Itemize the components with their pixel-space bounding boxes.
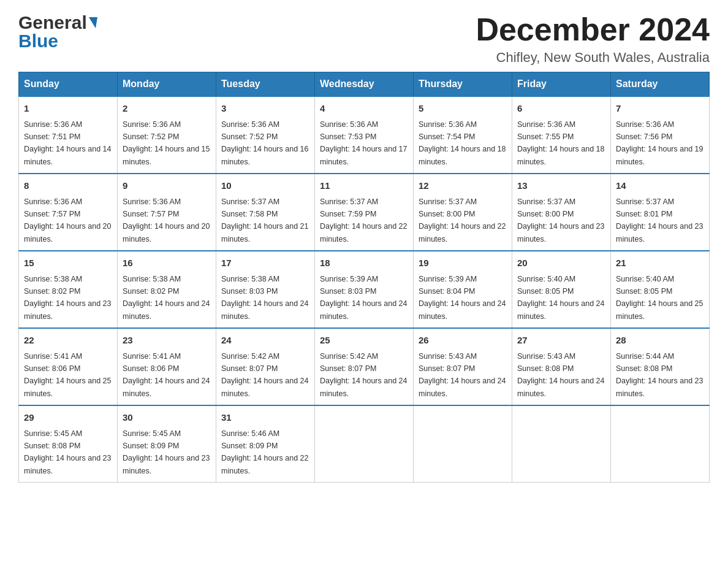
day-info: Sunrise: 5:36 AMSunset: 7:51 PMDaylight:… [24, 120, 111, 166]
calendar-cell: 6 Sunrise: 5:36 AMSunset: 7:55 PMDayligh… [512, 96, 611, 174]
calendar-cell: 27 Sunrise: 5:43 AMSunset: 8:08 PMDaylig… [512, 328, 611, 405]
day-info: Sunrise: 5:37 AMSunset: 8:01 PMDaylight:… [616, 197, 703, 243]
day-info: Sunrise: 5:39 AMSunset: 8:03 PMDaylight:… [320, 275, 407, 321]
calendar-cell: 17 Sunrise: 5:38 AMSunset: 8:03 PMDaylig… [216, 251, 315, 328]
weekday-header-friday: Friday [512, 72, 611, 97]
calendar-cell [512, 405, 611, 483]
weekday-header-monday: Monday [118, 72, 216, 97]
day-number: 16 [123, 256, 211, 270]
calendar-cell: 23 Sunrise: 5:41 AMSunset: 8:06 PMDaylig… [118, 328, 216, 405]
calendar-week-3: 15 Sunrise: 5:38 AMSunset: 8:02 PMDaylig… [19, 251, 710, 328]
calendar-cell: 28 Sunrise: 5:44 AMSunset: 8:08 PMDaylig… [611, 328, 710, 405]
logo-blue-text: Blue [18, 31, 58, 52]
location-subtitle: Chifley, New South Wales, Australia [476, 50, 710, 66]
calendar-cell: 31 Sunrise: 5:46 AMSunset: 8:09 PMDaylig… [216, 405, 315, 483]
calendar-cell: 4 Sunrise: 5:36 AMSunset: 7:53 PMDayligh… [315, 96, 414, 174]
weekday-header-saturday: Saturday [611, 72, 710, 97]
day-number: 29 [24, 411, 112, 425]
calendar-cell [414, 405, 512, 483]
day-info: Sunrise: 5:45 AMSunset: 8:08 PMDaylight:… [24, 429, 111, 475]
day-info: Sunrise: 5:37 AMSunset: 8:00 PMDaylight:… [517, 197, 604, 243]
day-info: Sunrise: 5:43 AMSunset: 8:08 PMDaylight:… [517, 352, 604, 398]
day-number: 7 [616, 102, 704, 116]
calendar-cell: 7 Sunrise: 5:36 AMSunset: 7:56 PMDayligh… [611, 96, 710, 174]
day-info: Sunrise: 5:36 AMSunset: 7:56 PMDaylight:… [616, 120, 703, 166]
calendar-cell: 1 Sunrise: 5:36 AMSunset: 7:51 PMDayligh… [19, 96, 118, 174]
calendar-cell: 12 Sunrise: 5:37 AMSunset: 8:00 PMDaylig… [414, 174, 512, 251]
day-number: 3 [221, 102, 309, 116]
day-number: 1 [24, 102, 112, 116]
day-info: Sunrise: 5:41 AMSunset: 8:06 PMDaylight:… [123, 352, 210, 398]
day-info: Sunrise: 5:38 AMSunset: 8:02 PMDaylight:… [24, 275, 111, 321]
day-number: 21 [616, 256, 704, 270]
day-info: Sunrise: 5:44 AMSunset: 8:08 PMDaylight:… [616, 352, 703, 398]
day-number: 26 [419, 334, 507, 348]
day-info: Sunrise: 5:40 AMSunset: 8:05 PMDaylight:… [616, 275, 703, 321]
calendar-cell: 9 Sunrise: 5:36 AMSunset: 7:57 PMDayligh… [118, 174, 216, 251]
day-number: 27 [517, 334, 605, 348]
day-number: 2 [123, 102, 211, 116]
weekday-header-thursday: Thursday [414, 72, 512, 97]
day-number: 17 [221, 256, 309, 270]
day-info: Sunrise: 5:37 AMSunset: 7:58 PMDaylight:… [221, 197, 308, 243]
day-info: Sunrise: 5:36 AMSunset: 7:54 PMDaylight:… [419, 120, 506, 166]
calendar-cell: 8 Sunrise: 5:36 AMSunset: 7:57 PMDayligh… [19, 174, 118, 251]
day-number: 10 [221, 179, 309, 193]
calendar-cell: 21 Sunrise: 5:40 AMSunset: 8:05 PMDaylig… [611, 251, 710, 328]
calendar-cell [611, 405, 710, 483]
page-header: General Blue December 2024 Chifley, New … [18, 12, 710, 66]
calendar-table: SundayMondayTuesdayWednesdayThursdayFrid… [18, 72, 710, 483]
day-number: 25 [320, 334, 408, 348]
calendar-cell: 24 Sunrise: 5:42 AMSunset: 8:07 PMDaylig… [216, 328, 315, 405]
day-info: Sunrise: 5:42 AMSunset: 8:07 PMDaylight:… [320, 352, 407, 398]
day-info: Sunrise: 5:36 AMSunset: 7:57 PMDaylight:… [24, 197, 111, 243]
weekday-header-wednesday: Wednesday [315, 72, 414, 97]
day-info: Sunrise: 5:41 AMSunset: 8:06 PMDaylight:… [24, 352, 111, 398]
calendar-cell: 26 Sunrise: 5:43 AMSunset: 8:07 PMDaylig… [414, 328, 512, 405]
day-info: Sunrise: 5:36 AMSunset: 7:53 PMDaylight:… [320, 120, 407, 166]
calendar-cell: 14 Sunrise: 5:37 AMSunset: 8:01 PMDaylig… [611, 174, 710, 251]
day-info: Sunrise: 5:37 AMSunset: 7:59 PMDaylight:… [320, 197, 407, 243]
calendar-cell: 30 Sunrise: 5:45 AMSunset: 8:09 PMDaylig… [118, 405, 216, 483]
calendar-cell: 5 Sunrise: 5:36 AMSunset: 7:54 PMDayligh… [414, 96, 512, 174]
calendar-cell: 10 Sunrise: 5:37 AMSunset: 7:58 PMDaylig… [216, 174, 315, 251]
day-info: Sunrise: 5:37 AMSunset: 8:00 PMDaylight:… [419, 197, 506, 243]
calendar-week-5: 29 Sunrise: 5:45 AMSunset: 8:08 PMDaylig… [19, 405, 710, 483]
day-number: 9 [123, 179, 211, 193]
title-section: December 2024 Chifley, New South Wales, … [476, 12, 710, 66]
day-number: 30 [123, 411, 211, 425]
calendar-week-4: 22 Sunrise: 5:41 AMSunset: 8:06 PMDaylig… [19, 328, 710, 405]
calendar-cell: 20 Sunrise: 5:40 AMSunset: 8:05 PMDaylig… [512, 251, 611, 328]
day-info: Sunrise: 5:38 AMSunset: 8:03 PMDaylight:… [221, 275, 308, 321]
day-number: 15 [24, 256, 112, 270]
calendar-cell [315, 405, 414, 483]
day-number: 31 [221, 411, 309, 425]
calendar-cell: 15 Sunrise: 5:38 AMSunset: 8:02 PMDaylig… [19, 251, 118, 328]
calendar-cell: 13 Sunrise: 5:37 AMSunset: 8:00 PMDaylig… [512, 174, 611, 251]
day-info: Sunrise: 5:36 AMSunset: 7:52 PMDaylight:… [221, 120, 308, 166]
calendar-cell: 18 Sunrise: 5:39 AMSunset: 8:03 PMDaylig… [315, 251, 414, 328]
day-info: Sunrise: 5:38 AMSunset: 8:02 PMDaylight:… [123, 275, 210, 321]
day-number: 20 [517, 256, 605, 270]
day-info: Sunrise: 5:36 AMSunset: 7:57 PMDaylight:… [123, 197, 210, 243]
calendar-cell: 29 Sunrise: 5:45 AMSunset: 8:08 PMDaylig… [19, 405, 118, 483]
day-info: Sunrise: 5:46 AMSunset: 8:09 PMDaylight:… [221, 429, 308, 475]
day-number: 5 [419, 102, 507, 116]
calendar-cell: 11 Sunrise: 5:37 AMSunset: 7:59 PMDaylig… [315, 174, 414, 251]
calendar-week-1: 1 Sunrise: 5:36 AMSunset: 7:51 PMDayligh… [19, 96, 710, 174]
day-info: Sunrise: 5:40 AMSunset: 8:05 PMDaylight:… [517, 275, 604, 321]
day-number: 11 [320, 179, 408, 193]
logo: General Blue [18, 12, 97, 52]
logo-general-text: General [18, 12, 87, 33]
day-number: 22 [24, 334, 112, 348]
calendar-cell: 25 Sunrise: 5:42 AMSunset: 8:07 PMDaylig… [315, 328, 414, 405]
day-info: Sunrise: 5:45 AMSunset: 8:09 PMDaylight:… [123, 429, 210, 475]
day-number: 28 [616, 334, 704, 348]
logo-triangle-icon [89, 17, 97, 28]
day-info: Sunrise: 5:42 AMSunset: 8:07 PMDaylight:… [221, 352, 308, 398]
day-number: 8 [24, 179, 112, 193]
day-info: Sunrise: 5:36 AMSunset: 7:52 PMDaylight:… [123, 120, 210, 166]
day-info: Sunrise: 5:43 AMSunset: 8:07 PMDaylight:… [419, 352, 506, 398]
month-title: December 2024 [476, 12, 710, 47]
day-number: 6 [517, 102, 605, 116]
